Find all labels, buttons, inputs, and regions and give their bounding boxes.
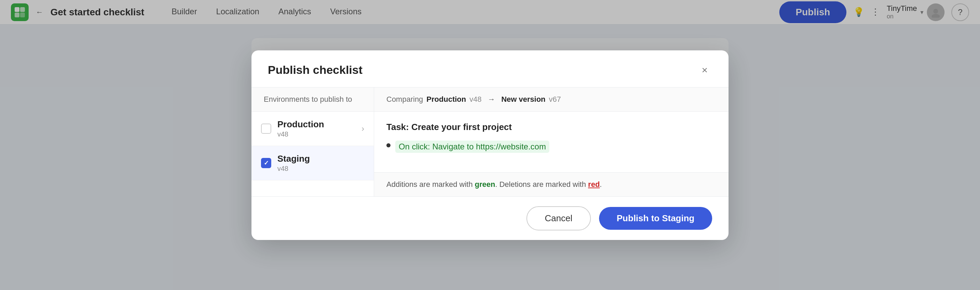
staging-checkbox[interactable] [261, 158, 271, 168]
modal-footer: Cancel Publish to Staging [251, 197, 729, 240]
env-item-production[interactable]: Production v48 › [251, 112, 374, 146]
diff-footer-deletions: red [588, 180, 600, 189]
comparing-label: Comparing [387, 95, 423, 104]
modal-header: Publish checklist × [251, 51, 729, 87]
diff-header: Comparing Production v48 → New version v… [374, 87, 729, 112]
publish-checklist-modal: Publish checklist × Environments to publ… [251, 51, 729, 240]
new-version-label: New version [501, 95, 546, 104]
diff-item: On click: Navigate to https://website.co… [387, 138, 716, 155]
diff-footer-end: . [600, 180, 602, 189]
diff-arrow-icon: → [488, 95, 495, 104]
staging-name: Staging [277, 154, 364, 164]
diff-footer: Additions are marked with green. Deletio… [374, 172, 729, 197]
diff-task-title: Task: Create your first project [387, 122, 716, 132]
production-version: v48 [277, 130, 355, 138]
new-version-number: v67 [549, 95, 561, 104]
diff-column: Comparing Production v48 → New version v… [374, 87, 729, 197]
production-info: Production v48 [277, 119, 355, 138]
environments-column: Environments to publish to Production v4… [251, 87, 374, 197]
production-diff-label: Production [426, 95, 466, 104]
production-chevron-icon: › [361, 124, 364, 133]
modal-overlay[interactable]: Publish checklist × Environments to publ… [0, 0, 980, 290]
diff-bullet-icon [387, 143, 390, 147]
diff-added-text: On click: Navigate to https://website.co… [395, 141, 549, 153]
env-col-header: Environments to publish to [251, 87, 374, 112]
production-name: Production [277, 119, 355, 130]
modal-close-button[interactable]: × [697, 63, 712, 78]
diff-content: Task: Create your first project On click… [374, 112, 729, 172]
cancel-button[interactable]: Cancel [527, 206, 591, 230]
publish-to-staging-button[interactable]: Publish to Staging [599, 207, 712, 230]
env-item-staging[interactable]: Staging v48 [251, 146, 374, 181]
production-checkbox[interactable] [261, 124, 271, 134]
diff-footer-additions: green [475, 180, 495, 189]
staging-info: Staging v48 [277, 154, 364, 173]
production-diff-version: v48 [469, 95, 482, 104]
modal-title: Publish checklist [268, 63, 363, 76]
diff-footer-mid: . Deletions are marked with [495, 180, 588, 189]
modal-body: Environments to publish to Production v4… [251, 87, 729, 197]
diff-footer-before: Additions are marked with [387, 180, 475, 189]
staging-version: v48 [277, 165, 364, 173]
